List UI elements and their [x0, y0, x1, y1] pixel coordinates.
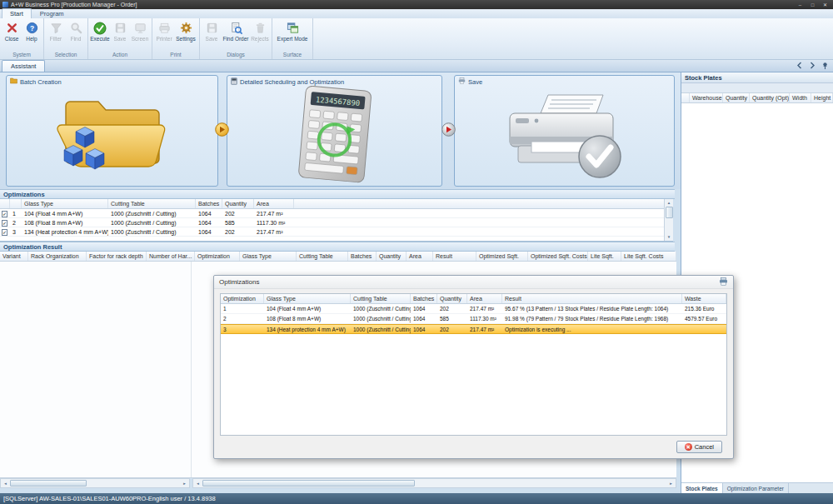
row-checkbox[interactable] — [2, 211, 7, 217]
row-checkbox[interactable] — [2, 229, 7, 236]
column-header[interactable]: Optimized Sqft. Costs — [528, 252, 588, 261]
scroll-down-icon[interactable]: ▼ — [665, 233, 674, 241]
column-header-select[interactable] — [0, 199, 10, 208]
scroll-right-icon[interactable]: ► — [180, 479, 189, 487]
column-header[interactable]: Glass Type — [240, 252, 297, 261]
wizard-step-save[interactable]: Save — [454, 75, 675, 187]
column-header[interactable]: Quantity — [377, 252, 407, 261]
column-header[interactable]: Lite Sqft. — [588, 252, 621, 261]
table-row-active[interactable]: 3 134 (Heat protection 4 mm A+W) 1000 (Z… — [221, 324, 726, 334]
column-header[interactable]: Cutting Table — [351, 294, 411, 303]
tab-start[interactable]: Start — [2, 8, 32, 18]
column-header[interactable]: Quantity — [437, 294, 467, 303]
column-header-glass-type[interactable]: Glass Type — [22, 199, 108, 208]
grid-cell: 1000 (Zuschnitt / Cutting) — [351, 325, 411, 333]
table-row[interactable]: 2 108 (Float 8 mm A+W) 1000 (Zuschnitt /… — [221, 314, 726, 324]
save-step-icon — [458, 77, 466, 86]
optimizations-section-header: Optimizations — [0, 189, 675, 199]
column-header[interactable]: Waste — [682, 294, 726, 303]
ribbon-find-order-button[interactable]: Find Order — [222, 19, 250, 51]
scroll-up-icon[interactable]: ▲ — [665, 199, 674, 207]
column-header-index[interactable] — [10, 199, 22, 208]
column-header[interactable]: Optimization — [221, 294, 264, 303]
table-row[interactable]: 3 134 (Heat protection 4 mm A+W) 1000 (Z… — [0, 227, 673, 237]
wizard-arrow-1[interactable] — [215, 122, 229, 137]
column-header[interactable]: Result — [502, 294, 682, 303]
scrollbar-thumb[interactable] — [202, 480, 415, 487]
grid-cell: 1000 (Zuschnitt / Cutting) — [351, 304, 411, 313]
grid-cell: 585 — [437, 314, 467, 323]
column-header-height[interactable]: Height — [811, 93, 833, 102]
tab-optimization-parameter[interactable]: Optimization Parameter — [723, 483, 789, 493]
wizard-step-batch-creation[interactable]: Batch Creation — [6, 75, 218, 187]
scroll-left-icon[interactable]: ◄ — [1, 479, 10, 487]
scrollbar-thumb[interactable] — [666, 207, 673, 218]
dialog-titlebar: Optimizations — [214, 276, 733, 289]
ribbon-filter-button: Filter — [46, 19, 66, 51]
column-header[interactable]: Batches — [348, 252, 377, 261]
column-header[interactable]: Result — [433, 252, 476, 261]
ribbon-execute-button[interactable]: Execute — [90, 19, 110, 51]
table-row[interactable]: 2 108 (Float 8 mm A+W) 1000 (Zuschnitt /… — [0, 218, 673, 227]
tab-program[interactable]: Program — [32, 8, 72, 18]
row-checkbox[interactable] — [2, 220, 7, 227]
dialog-print-icon[interactable] — [719, 277, 728, 287]
scroll-right-icon[interactable]: ► — [666, 479, 676, 487]
cancel-button[interactable]: ✕ Cancel — [676, 441, 722, 453]
column-header[interactable]: Batches — [411, 294, 437, 303]
grid-cell: 1117.30 m² — [467, 314, 502, 323]
column-header-area[interactable]: Area — [254, 199, 294, 208]
column-header[interactable]: Variant — [0, 252, 28, 261]
column-header[interactable]: Optimized Sqft. — [476, 252, 528, 261]
column-header[interactable]: Number of Har... — [147, 252, 195, 261]
column-header-filler — [294, 199, 673, 208]
pane-splitter[interactable] — [191, 262, 192, 477]
column-header-warehouse[interactable]: Warehouse — [690, 93, 723, 102]
column-header[interactable]: Cutting Table — [297, 252, 348, 261]
scroll-left-button[interactable] — [795, 61, 805, 70]
ribbon-settings-button[interactable]: Settings — [174, 19, 197, 51]
grid-cell: 1064 — [196, 209, 222, 218]
ribbon-group-selection: Filter Find Selection — [44, 18, 88, 59]
ribbon-close-button[interactable]: Close — [2, 19, 22, 51]
ribbon-save-button: Save — [110, 19, 130, 51]
tab-stock-plates[interactable]: Stock Plates — [681, 483, 723, 493]
column-header-quantity[interactable]: Quantity — [222, 199, 254, 208]
scroll-right-button[interactable] — [807, 61, 817, 70]
column-header[interactable]: Area — [467, 294, 502, 303]
ribbon-help-button[interactable]: ? Help — [22, 19, 42, 51]
tab-assistant[interactable]: Assistant — [2, 60, 45, 72]
scrollbar-thumb[interactable] — [10, 480, 87, 487]
column-header-batches[interactable]: Batches — [196, 199, 222, 208]
ribbon-group-label: Action — [90, 51, 150, 59]
ribbon-group-label: Dialogs — [202, 51, 270, 59]
column-header-quantity-opt[interactable]: Quantity (Opt) — [750, 93, 790, 102]
optimizations-dialog: Optimizations Optimization Glass Type Cu… — [213, 275, 734, 459]
ribbon-expert-mode-button[interactable]: Expert Mode — [274, 19, 311, 51]
horizontal-scrollbar-left[interactable]: ◄ ► — [0, 478, 190, 488]
column-header[interactable]: Rack Organization — [28, 252, 87, 261]
column-header[interactable]: Optimization — [195, 252, 240, 261]
column-header-width[interactable]: Width — [790, 93, 811, 102]
vertical-scrollbar[interactable]: ▲ ▼ — [664, 199, 673, 241]
pin-icon[interactable] — [820, 61, 830, 70]
table-row[interactable]: 1 104 (Float 4 mm A+W) 1000 (Zuschnitt /… — [0, 209, 673, 218]
column-header[interactable]: Area — [407, 252, 433, 261]
groupbox-title-text: Detailed Scheduling and Optimization — [240, 78, 344, 86]
table-row[interactable]: 1 104 (Float 4 mm A+W) 1000 (Zuschnitt /… — [221, 304, 726, 314]
column-header-quantity[interactable]: Quantity — [723, 93, 750, 102]
horizontal-scrollbar-main[interactable]: ◄ ► — [192, 478, 676, 488]
ribbon-group-buttons: Save Find Order Rejects — [202, 19, 270, 51]
grid-cell: 104 (Float 4 mm A+W) — [264, 304, 351, 313]
scroll-left-icon[interactable]: ◄ — [193, 479, 202, 487]
column-header[interactable]: Glass Type — [264, 294, 351, 303]
close-window-button[interactable]: ✕ — [820, 1, 831, 8]
wizard-arrow-2[interactable] — [441, 122, 456, 137]
column-header-cutting-table[interactable]: Cutting Table — [108, 199, 196, 208]
application-window: A+W Business Pro [Production Manager - O… — [0, 0, 833, 504]
maximize-button[interactable]: □ — [807, 1, 818, 8]
column-header[interactable]: Factor for rack depth — [87, 252, 147, 261]
column-header[interactable]: Lite Sqft. Costs — [621, 252, 676, 261]
wizard-step-scheduling-optimization[interactable]: Detailed Scheduling and Optimization 123… — [227, 75, 442, 187]
minimize-button[interactable]: – — [795, 1, 806, 8]
